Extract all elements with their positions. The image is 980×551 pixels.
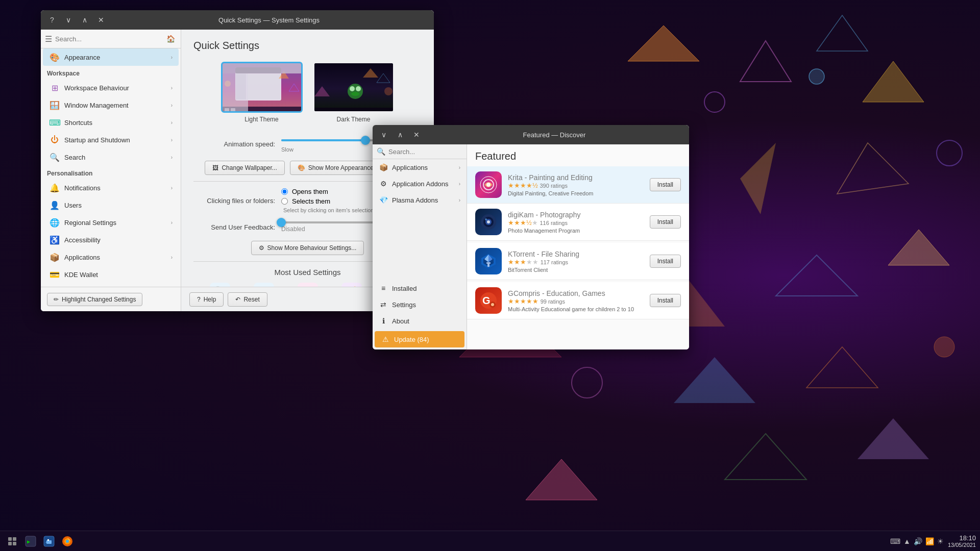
tray-network-icon[interactable]: 📶 <box>925 537 934 545</box>
settings-minimize-btn[interactable]: ∨ <box>61 13 76 27</box>
selects-them-radio[interactable] <box>281 198 288 205</box>
discover-window-title: Featured — Discover <box>424 131 685 139</box>
discover-nav-update[interactable]: ⚠ Update (84) <box>375 331 464 347</box>
discover-nav-app-addons[interactable]: ⚙ Application Addons › <box>373 176 467 192</box>
light-theme-preview[interactable] <box>221 62 303 113</box>
krita-subtitle: - Painting and Editing <box>525 173 593 182</box>
app-addons-arrow: › <box>459 181 460 187</box>
settings-search-bar[interactable]: ☰ 🏠 <box>41 30 181 48</box>
taskbar-konsole[interactable]: ▶ <box>22 533 39 549</box>
svg-marker-12 <box>776 255 857 296</box>
sidebar-startup-shutdown-label: Startup and Shutdown <box>64 136 167 144</box>
svg-point-17 <box>934 337 954 357</box>
highlight-changed-settings-button[interactable]: ✏ Highlight Changed Settings <box>47 293 142 306</box>
ktorrent-stars: ★★★★★ 117 ratings <box>508 258 644 266</box>
discover-nav-installed[interactable]: ≡ Installed <box>373 280 467 296</box>
svg-rect-62 <box>8 542 12 545</box>
featured-title: Featured <box>467 144 689 166</box>
discover-nav-applications[interactable]: 📦 Applications › <box>373 159 467 176</box>
show-behaviour-settings-button[interactable]: ⚙ Show More Behaviour Settings... <box>251 241 364 255</box>
notifications-arrow: › <box>171 185 173 191</box>
svg-point-41 <box>351 92 359 96</box>
digikam-description: Photo Management Program <box>508 228 644 234</box>
tray-brightness-icon[interactable]: ☀ <box>937 537 944 545</box>
sidebar-item-appearance[interactable]: 🎨 Appearance › <box>43 48 179 66</box>
sidebar-search-label: Search <box>64 154 167 161</box>
svg-text:G: G <box>482 295 491 306</box>
animation-slow-label: Slow <box>281 146 293 153</box>
window-management-icon: 🪟 <box>49 99 60 111</box>
discover-nav-settings[interactable]: ⇄ Settings <box>373 296 467 313</box>
tray-audio-icon[interactable]: 🔊 <box>914 537 922 545</box>
sidebar-item-users[interactable]: 👤 Users <box>43 196 179 214</box>
svg-point-44 <box>486 183 491 187</box>
taskbar: ▶ ⌨ ▲ 🔊 📶 ☀ <box>0 531 980 551</box>
feedback-slider-thumb[interactable] <box>277 218 286 227</box>
discover-window-controls: ∨ ∧ ✕ <box>377 128 424 142</box>
discover-window: ∨ ∧ ✕ Featured — Discover 🔍 🏠 📦 Applicat… <box>373 125 689 349</box>
clock[interactable]: 18:10 13/05/2021 <box>948 534 976 548</box>
svg-rect-68 <box>47 539 49 541</box>
search-input[interactable] <box>55 35 161 43</box>
discover-maximize-btn[interactable]: ∧ <box>393 128 407 142</box>
kde-wallet-icon: 💳 <box>49 269 60 280</box>
settings-maximize-btn[interactable]: ∧ <box>78 13 92 27</box>
sidebar-item-workspace-behaviour[interactable]: ⊞ Workspace Behaviour › <box>43 79 179 96</box>
gcompris-install-button[interactable]: Install <box>650 294 681 307</box>
svg-marker-19 <box>725 434 806 480</box>
digikam-install-button[interactable]: Install <box>650 215 681 229</box>
sidebar-item-startup-shutdown[interactable]: ⏻ Startup and Shutdown › <box>43 131 179 148</box>
opens-them-radio[interactable] <box>281 188 288 195</box>
discover-search-bar[interactable]: 🔍 🏠 <box>373 144 467 159</box>
sidebar-item-accessibility[interactable]: ♿ Accessibility <box>43 231 179 248</box>
settings-window-controls: ? ∨ ∧ ✕ <box>45 13 108 27</box>
installed-icon: ≡ <box>379 284 388 292</box>
svg-point-48 <box>487 220 490 223</box>
dark-theme-preview[interactable] <box>313 62 395 113</box>
sidebar-users-label: Users <box>64 202 173 209</box>
tray-up-icon[interactable]: ▲ <box>903 537 911 545</box>
discover-close-btn[interactable]: ✕ <box>409 128 424 142</box>
dark-theme-option[interactable]: Dark Theme <box>313 62 395 123</box>
svg-marker-3 <box>863 61 924 102</box>
taskbar-firefox[interactable] <box>59 533 76 549</box>
selects-them-label: Selects them <box>292 197 330 205</box>
regional-settings-icon: 🌐 <box>49 217 60 228</box>
reset-button[interactable]: ↶ Reset <box>228 292 267 307</box>
taskbar-dolphin[interactable] <box>41 533 57 549</box>
svg-marker-13 <box>888 230 949 265</box>
sidebar-item-notifications[interactable]: 🔔 Notifications › <box>43 179 179 196</box>
digikam-stars: ★★★½★ 116 ratings <box>508 219 644 227</box>
theme-selection-row: Light Theme <box>193 62 422 123</box>
change-wallpaper-button[interactable]: 🖼 Change Wallpaper... <box>205 161 284 175</box>
sidebar-item-window-management[interactable]: 🪟 Window Management › <box>43 96 179 114</box>
applications-arrow: › <box>171 255 173 260</box>
light-theme-option[interactable]: Light Theme <box>221 62 303 123</box>
home-button[interactable]: 🏠 <box>164 33 177 45</box>
hamburger-icon[interactable]: ☰ <box>45 34 52 44</box>
discover-minimize-btn[interactable]: ∨ <box>377 128 391 142</box>
settings-close-btn[interactable]: ✕ <box>94 13 108 27</box>
taskbar-show-desktop[interactable] <box>4 533 20 549</box>
discover-nav-about[interactable]: ℹ About <box>373 313 467 329</box>
help-button[interactable]: ? Help <box>189 292 224 307</box>
tray-keyboard-icon[interactable]: ⌨ <box>890 537 900 545</box>
discover-update-label: Update (84) <box>394 336 429 343</box>
settings-help-btn[interactable]: ? <box>45 13 59 27</box>
animation-slider-fill <box>281 139 365 141</box>
search-arrow: › <box>171 155 173 160</box>
discover-nav-plasma-addons[interactable]: 💎 Plasma Addons › <box>373 192 467 208</box>
sidebar-item-search[interactable]: 🔍 Search › <box>43 148 179 166</box>
sidebar-item-shortcuts[interactable]: ⌨ Shortcuts › <box>43 114 179 131</box>
sidebar-window-management-label: Window Management <box>64 102 167 109</box>
discover-search-input[interactable] <box>388 148 474 156</box>
app-card-gcompris: G GCompris - Education, Games ★★★★★ 99 r… <box>467 282 689 319</box>
sidebar-item-applications[interactable]: 📦 Applications › <box>43 248 179 266</box>
digikam-info: digiKam - Photography ★★★½★ 116 ratings … <box>508 211 644 234</box>
sidebar-item-regional-settings[interactable]: 🌐 Regional Settings › <box>43 214 179 231</box>
krita-install-button[interactable]: Install <box>650 178 681 191</box>
sidebar-item-kde-wallet[interactable]: 💳 KDE Wallet <box>43 266 179 283</box>
discover-about-label: About <box>392 317 409 325</box>
ktorrent-install-button[interactable]: Install <box>650 255 681 268</box>
animation-slider-thumb[interactable] <box>361 136 370 145</box>
